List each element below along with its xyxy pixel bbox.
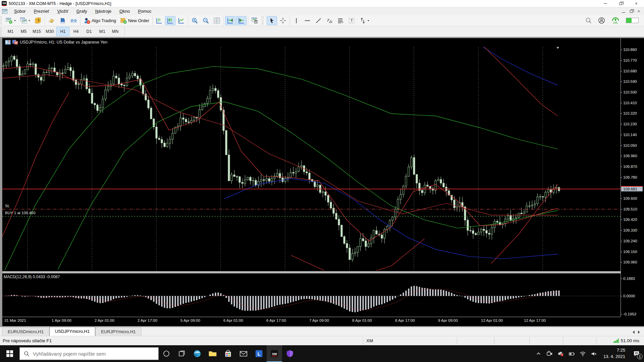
lvl-icon[interactable]: LVL <box>611 17 620 24</box>
taskbar-app-l-app[interactable]: L <box>251 345 267 362</box>
line-chart-button[interactable] <box>176 16 186 25</box>
cortana-button[interactable] <box>159 345 174 362</box>
chevron-down-icon[interactable]: ▼ <box>14 19 16 22</box>
toolbar-handle[interactable] <box>263 16 264 24</box>
candles-chart-button[interactable] <box>165 16 175 25</box>
chart-window[interactable]: USDJPYmicro, H1: US Dollar vs Japanese Y… <box>2 38 644 326</box>
chevron-down-icon[interactable]: ▼ <box>28 19 31 22</box>
timeframe-m15[interactable]: M15 <box>30 27 43 36</box>
cursor-button[interactable] <box>267 16 277 25</box>
price-tick: 109.330 <box>621 228 644 233</box>
price-tick: 109.240 <box>621 239 644 243</box>
time-axis-label: 9 Apr 09:00 <box>438 318 458 322</box>
taskbar-app-shield[interactable] <box>282 345 298 362</box>
chart-tab-eurjpymicro-h1[interactable]: EURJPYmicro,H1 <box>95 327 141 336</box>
tray-wifi[interactable] <box>577 345 588 362</box>
chart-shift-button[interactable] <box>236 16 247 25</box>
tray-onedrive[interactable] <box>555 345 566 362</box>
tray-chevron-up[interactable] <box>533 345 544 362</box>
timeframe-m1[interactable]: M1 <box>4 27 17 36</box>
restore-button[interactable] <box>613 0 629 7</box>
price-tick: 109.510 <box>621 207 644 212</box>
auto-scroll-button[interactable] <box>225 16 235 25</box>
taskbar-app-mail[interactable] <box>236 345 251 362</box>
timeframe-h1[interactable]: H1 <box>56 27 69 36</box>
profiles-button[interactable]: ▼ <box>18 16 32 25</box>
tab-scroll-right-icon[interactable] <box>638 330 640 334</box>
chevron-down-icon[interactable]: ▼ <box>367 19 370 22</box>
minimize-button[interactable] <box>598 0 613 7</box>
depth-of-market-icon[interactable] <box>5 40 11 45</box>
fibonacci-button[interactable]: F <box>335 16 346 25</box>
history-data-button[interactable]: $ <box>33 16 43 25</box>
timeframe-h4[interactable]: H4 <box>69 27 83 36</box>
data-window-button[interactable] <box>57 16 68 25</box>
taskbar-clock[interactable]: 7:25 13. 4. 2021 <box>599 347 629 360</box>
zoom-out-button[interactable] <box>201 16 211 25</box>
timeframe-d1[interactable]: D1 <box>83 27 96 36</box>
timeframe-m5[interactable]: M5 <box>17 27 30 36</box>
arrow-objects-button[interactable]: ▼ <box>358 16 371 25</box>
macd-panel[interactable] <box>2 274 621 316</box>
market-watch-button[interactable] <box>46 16 57 25</box>
new-order-button[interactable]: New Order <box>118 16 151 25</box>
taskbar-app-edge[interactable] <box>190 345 205 362</box>
system-tray: 7:25 13. 4. 2021 1 <box>533 345 644 362</box>
timeframe-m30[interactable]: M30 <box>43 27 56 36</box>
chart-tab-usdjpymicro-h1[interactable]: USDJPYmicro,H1 <box>49 327 95 336</box>
menu-item-vložiť[interactable]: Vložiť <box>53 8 72 14</box>
taskbar-app-file-explorer[interactable] <box>205 345 220 362</box>
tray-volume-muted[interactable] <box>588 345 599 362</box>
start-button[interactable] <box>0 345 19 362</box>
menu-item-súbor[interactable]: Súbor <box>10 8 30 14</box>
tray-battery[interactable] <box>566 345 577 362</box>
search-input[interactable] <box>33 351 144 357</box>
taskbar-app-xm[interactable]: XM <box>267 345 282 362</box>
timeframe-mn[interactable]: MN <box>109 27 122 36</box>
tab-scroll-left-icon[interactable] <box>633 330 635 334</box>
zoom-in-button[interactable] <box>190 16 200 25</box>
account-icon[interactable] <box>598 17 605 24</box>
price-tick: 109.420 <box>621 218 644 222</box>
menu-item-grafy[interactable]: Grafy <box>72 8 91 14</box>
close-button[interactable]: × <box>629 0 644 7</box>
tray-meet-now[interactable] <box>544 345 555 362</box>
horizontal-line-button[interactable] <box>302 16 313 25</box>
action-center-button[interactable]: 1 <box>629 345 644 362</box>
mdi-minimize-button[interactable] <box>622 9 625 13</box>
time-axis[interactable]: 31 Mar 20211 Apr 09:002 Apr 01:002 Apr 1… <box>2 317 621 325</box>
chart-tab-eurusdmicro-h1[interactable]: EURUSDmicro,H1 <box>2 327 49 336</box>
equidistant-channel-button[interactable]: E <box>324 16 335 25</box>
menu-item-nástroje[interactable]: Nástroje <box>91 8 115 14</box>
svg-text:$: $ <box>38 18 40 22</box>
algo-trading-button[interactable]: Algo Trading <box>82 16 118 25</box>
menu-items: SúborPrezrieťVložiťGrafyNástrojeOknoPomo… <box>10 8 156 14</box>
task-view-button[interactable] <box>174 345 190 362</box>
menu-item-pomoc[interactable]: Pomoc <box>134 8 155 14</box>
signals-button[interactable]: ((•)) <box>68 16 79 25</box>
macd-scale-tick: -0.1953 <box>621 312 644 316</box>
search-icon[interactable] <box>585 17 592 24</box>
price-chart[interactable] <box>2 47 621 270</box>
templates-button[interactable] <box>250 16 260 25</box>
mdi-restore-button[interactable] <box>630 9 633 13</box>
bars-chart-button[interactable] <box>154 16 164 25</box>
one-click-trading-icon[interactable] <box>12 40 18 45</box>
new-chart-button[interactable]: ▼ <box>4 16 18 25</box>
timeframe-w1[interactable]: W1 <box>96 27 109 36</box>
crosshair-button[interactable] <box>278 16 288 25</box>
menu-item-prezrieť[interactable]: Prezrieť <box>30 8 53 14</box>
time-axis-label: 6 Apr 17:00 <box>266 318 286 322</box>
tile-windows-button[interactable] <box>212 16 222 25</box>
time-axis-label: 2 Apr 01:00 <box>95 318 114 322</box>
status-connection[interactable]: 51.00 ms <box>613 338 639 343</box>
text-label-button[interactable]: T <box>346 16 357 25</box>
menu-item-okno[interactable]: Okno <box>115 8 134 14</box>
price-axis[interactable]: 110.860110.770110.680110.590110.500110.4… <box>621 38 644 317</box>
panel-splitter[interactable] <box>2 271 644 274</box>
mdi-close-button[interactable]: × <box>637 9 640 14</box>
vertical-line-button[interactable] <box>291 16 302 25</box>
taskbar-app-store[interactable] <box>220 345 236 362</box>
taskbar-search[interactable] <box>19 347 159 360</box>
trend-line-button[interactable] <box>313 16 324 25</box>
